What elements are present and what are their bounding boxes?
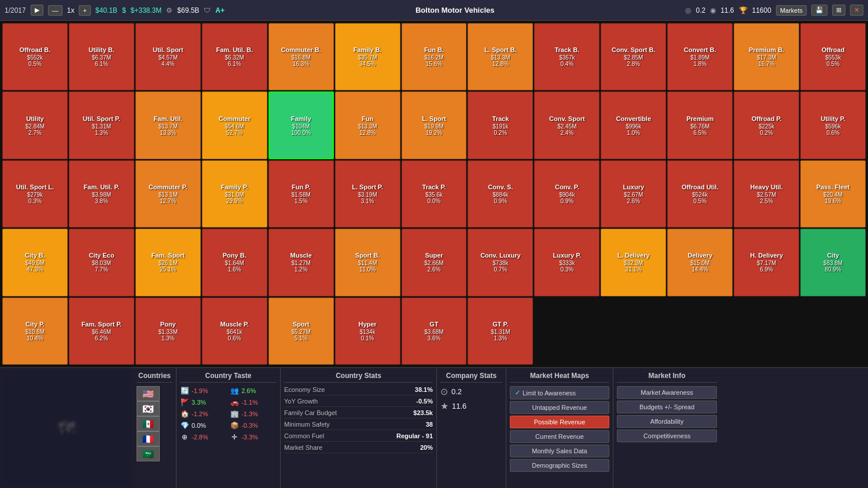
grid-cell-3-0[interactable]: Offroad Util.$524k0.5%: [667, 160, 733, 228]
speed-increase-button[interactable]: +: [79, 5, 90, 16]
heatmap-button[interactable]: Demographic Sizes: [510, 459, 609, 472]
grid-cell-3-8[interactable]: Sport B.$11.4M11.0%: [335, 229, 400, 296]
grid-cell-2-3[interactable]: Fam. Util. P.$3.98M3.8%: [69, 160, 134, 228]
grid-cell-3-6[interactable]: Pony B.$1.64M1.6%: [202, 229, 267, 296]
heatmap-button[interactable]: ✓ Limit to Awareness: [510, 386, 609, 399]
grid-cell-1-1[interactable]: Utility$2.84M2.7%: [2, 91, 68, 159]
close-button[interactable]: ✕: [850, 5, 863, 16]
taste-icon: 💎: [180, 421, 189, 430]
grid-cell-0-0[interactable]: Offroad B.$552k0.5%: [2, 23, 68, 90]
flag-item[interactable]: 🇺🇸: [137, 386, 172, 401]
grid-cell-4-1[interactable]: Delivery$15.0M14.4%: [667, 229, 733, 296]
speed-label: 1x: [67, 6, 75, 14]
market-info-button[interactable]: Market Awareness: [617, 386, 717, 399]
play-button[interactable]: ▶: [31, 5, 43, 16]
grid-cell-2-7[interactable]: L. Sport P.$3.19M3.1%: [335, 160, 400, 228]
grid-cell-0-7[interactable]: L. Sport B.$13.3M12.8%: [468, 23, 533, 90]
grid-cell-2-6[interactable]: Fun P.$1.58M1.5%: [269, 160, 334, 228]
grid-cell-2-0[interactable]: Offroad P.$225k0.2%: [734, 91, 799, 159]
grid-cell-2-2[interactable]: Util. Sport L.$279k0.3%: [2, 160, 68, 228]
flag-item[interactable]: 🇰🇷: [137, 401, 172, 416]
grid-cell-1-9[interactable]: Conv. Sport$2.45M2.4%: [534, 91, 599, 159]
grid-cell-4-10[interactable]: GT$3.68M3.6%: [402, 298, 467, 365]
grid-cell-4-3[interactable]: City$83.8M80.9%: [800, 229, 866, 296]
taste-item: 👥2.6%: [230, 386, 276, 395]
grid-cell-3-9[interactable]: Super$2.66M2.6%: [402, 229, 467, 296]
grid-cell-1-11[interactable]: Premium$6.76M6.5%: [667, 91, 733, 159]
market-info-button[interactable]: Budgets +/- Spread: [617, 401, 717, 413]
heatmap-button[interactable]: Untapped Revenue: [510, 401, 609, 414]
grid-cell-1-10[interactable]: Convertible$996k1.0%: [601, 91, 666, 159]
grid-cell-1-2[interactable]: Util. Sport P.$1.31M1.3%: [69, 91, 134, 159]
grid-cell-1-5[interactable]: Family$104M100.0%: [269, 91, 334, 159]
pause-button[interactable]: —: [48, 5, 62, 16]
taste-icon: 📦: [230, 421, 239, 430]
grid-cell-2-9[interactable]: Conv. S.$884k0.9%: [468, 160, 533, 228]
heatmap-title: Market Heat Maps: [510, 372, 609, 383]
save-button[interactable]: 💾: [811, 5, 827, 16]
grid-cell-4-9[interactable]: Hyper$134k0.1%: [335, 298, 400, 365]
flag-item[interactable]: 🇸🇦: [137, 446, 172, 461]
cash-display: $40.1B: [95, 6, 117, 14]
grid-cell-0-1[interactable]: Utility B.$6.37M6.1%: [69, 23, 134, 90]
grid-cell-1-3[interactable]: Fam. Util.$13.7M13.3%: [135, 91, 201, 159]
heatmap-button[interactable]: Possible Revenue: [510, 416, 609, 428]
grid-cell-0-2[interactable]: Util. Sport$4.57M4.4%: [135, 23, 201, 90]
topbar: 1/2017 ▶ — 1x + $40.1B $ $+338.3M ⚙ $69.…: [0, 0, 868, 21]
grid-cell-2-10[interactable]: Conv. P.$904k0.9%: [534, 160, 599, 228]
grid-cell-1-8[interactable]: Track$191k0.2%: [468, 91, 533, 159]
taste-value: -1.1%: [241, 399, 258, 406]
grid-cell-2-4[interactable]: Commuter P.$13.1M12.7%: [135, 160, 201, 228]
company-icon: ★: [440, 401, 448, 412]
grid-cell-3-7[interactable]: Muscle$1.27M1.2%: [269, 229, 334, 296]
grid-cell-3-5[interactable]: Fam. Sport$26.1M25.1%: [135, 229, 201, 296]
grid-cell-2-5[interactable]: Family P.$31.0M29.9%: [202, 160, 267, 228]
grid-cell-3-10[interactable]: Conv. Luxury$738k0.7%: [468, 229, 533, 296]
grid-cell-1-6[interactable]: Fun$13.3M12.8%: [335, 91, 400, 159]
taste-value: -3.3%: [241, 434, 258, 441]
grid-cell-0-10[interactable]: Convert B.$1.89M1.8%: [667, 23, 733, 90]
taste-icon: 🏠: [180, 409, 189, 419]
grid-cell-3-11[interactable]: Luxury P.$333k0.3%: [534, 229, 599, 296]
country-stats-title: Country Stats: [284, 372, 433, 383]
flag-item[interactable]: 🇲🇽: [137, 416, 172, 431]
grid-cell-3-2[interactable]: Pass. Fleet$20.4M19.6%: [800, 160, 866, 228]
grid-cell-0-8[interactable]: Track B.$367k0.4%: [534, 23, 599, 90]
grid-cell-3-1[interactable]: Heavy Util.$2.57M2.5%: [734, 160, 799, 228]
grid-cell-4-6[interactable]: Pony$1.33M1.3%: [135, 298, 201, 365]
grid-cell-4-0[interactable]: L. Delivery$32.3M31.1%: [601, 229, 666, 296]
heatmap-button[interactable]: Monthly Sales Data: [510, 445, 609, 457]
grid-cell-2-11[interactable]: Luxury$2.67M2.6%: [601, 160, 666, 228]
grid-cell-4-7[interactable]: Muscle P.$641k0.6%: [202, 298, 267, 365]
grid-cell-4-8[interactable]: Sport$5.27M5.1%: [269, 298, 334, 365]
grid-cell-4-4[interactable]: City P.$10.8M10.4%: [2, 298, 68, 365]
taste-icon: 🏢: [230, 409, 239, 419]
grid-cell-2-1[interactable]: Utility P.$596k0.6%: [800, 91, 866, 159]
grid-cell-4-2[interactable]: H. Delivery$7.17M6.9%: [734, 229, 799, 296]
grid-cell-0-5[interactable]: Family B.$35.7M34.5%: [335, 23, 400, 90]
grid-cell-3-3[interactable]: City B.$49.0M47.3%: [2, 229, 68, 296]
grid-cell-0-6[interactable]: Fun B.$16.2M15.6%: [402, 23, 467, 90]
market-info-button[interactable]: Competitiveness: [617, 430, 717, 442]
taste-item: 🏠-1.2%: [180, 409, 226, 419]
grid-cell-2-8[interactable]: Track P.$35.6k0.0%: [402, 160, 467, 228]
grid-cell-1-0[interactable]: Offroad$553k0.5%: [800, 23, 866, 90]
grid-cell-0-11[interactable]: Premium B.$17.3M16.7%: [734, 23, 799, 90]
grid-cell-3-4[interactable]: City Eco$8.03M7.7%: [69, 229, 134, 296]
heatmap-button[interactable]: Current Revenue: [510, 430, 609, 443]
grid-cell-0-4[interactable]: Commuter B.$16.8M16.3%: [269, 23, 334, 90]
grid-cell-0-9[interactable]: Conv. Sport B.$2.85M2.8%: [601, 23, 666, 90]
grid-cell-4-11[interactable]: GT P.$1.31M1.3%: [468, 298, 533, 365]
market-info-button[interactable]: Affordability: [617, 415, 717, 428]
grid-cell-4-5[interactable]: Fam. Sport P.$6.46M6.2%: [69, 298, 134, 365]
date-display: 1/2017: [5, 6, 26, 14]
grid-cell-1-4[interactable]: Commuter$54.6M52.7%: [202, 91, 267, 159]
markets-button[interactable]: Markets: [776, 5, 807, 16]
flag-item[interactable]: 🇫🇷: [137, 431, 172, 446]
taste-item: 🚩3.3%: [180, 398, 226, 407]
grid-cell-1-7[interactable]: L. Sport$19.9M19.2%: [402, 91, 467, 159]
fullscreen-button[interactable]: ⊞: [832, 5, 845, 16]
grid-cell-0-3[interactable]: Fam. Util. B.$6.32M6.1%: [202, 23, 267, 90]
taste-icon: 🔄: [180, 386, 189, 395]
gear-icon: ⚙: [166, 6, 172, 14]
